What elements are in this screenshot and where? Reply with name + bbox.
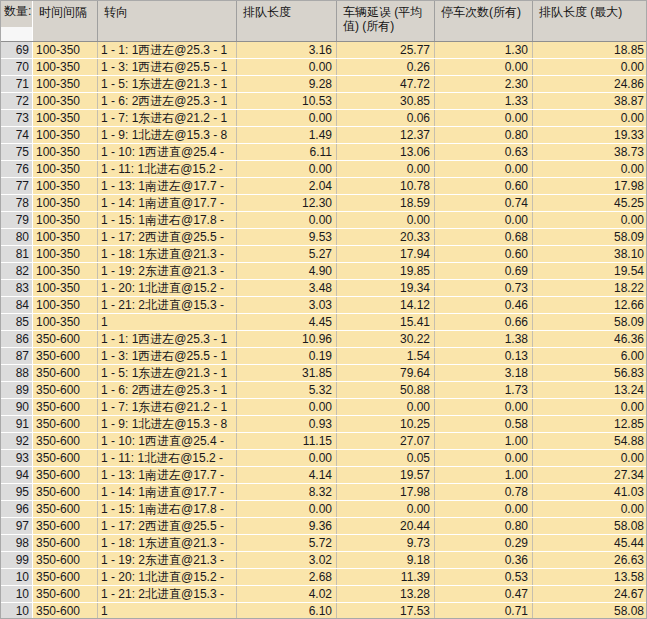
table-row[interactable]: 98 350-600 1 - 18: 1东进直@21.3 - 5.72 9.73… bbox=[0, 535, 647, 552]
movement-cell[interactable]: 1 - 7: 1东进右@21.2 - 1 bbox=[98, 399, 237, 415]
movement-cell[interactable]: 1 bbox=[98, 603, 237, 619]
queue-length-max-cell[interactable]: 54.88 bbox=[533, 433, 647, 449]
time-interval-cell[interactable]: 350-600 bbox=[33, 416, 98, 432]
row-number-cell[interactable]: 71 bbox=[0, 76, 33, 92]
stops-cell[interactable]: 1.00 bbox=[435, 467, 533, 483]
time-interval-cell[interactable]: 350-600 bbox=[33, 382, 98, 398]
row-number-cell[interactable]: 80 bbox=[0, 229, 33, 245]
queue-length-max-cell[interactable]: 0.00 bbox=[533, 161, 647, 177]
column-header-movement[interactable]: 转向 bbox=[98, 0, 237, 41]
queue-length-cell[interactable]: 11.15 bbox=[237, 433, 337, 449]
vehicle-delay-cell[interactable]: 0.00 bbox=[337, 501, 435, 517]
row-number-cell[interactable]: 94 bbox=[0, 467, 33, 483]
queue-length-cell[interactable]: 0.00 bbox=[237, 501, 337, 517]
table-row[interactable]: 97 350-600 1 - 17: 2西进直@25.5 - 9.36 20.4… bbox=[0, 518, 647, 535]
table-row[interactable]: 85 100-350 1 4.45 15.41 0.66 58.09 bbox=[0, 314, 647, 331]
time-interval-cell[interactable]: 100-350 bbox=[33, 297, 98, 313]
row-number-cell[interactable]: 87 bbox=[0, 348, 33, 364]
column-header-queue-length-max[interactable]: 排队长度 (最大) bbox=[533, 0, 647, 41]
stops-cell[interactable]: 3.18 bbox=[435, 365, 533, 381]
queue-length-cell[interactable]: 12.30 bbox=[237, 195, 337, 211]
stops-cell[interactable]: 1.00 bbox=[435, 433, 533, 449]
stops-cell[interactable]: 0.80 bbox=[435, 518, 533, 534]
queue-length-max-cell[interactable]: 17.98 bbox=[533, 178, 647, 194]
stops-cell[interactable]: 0.36 bbox=[435, 552, 533, 568]
queue-length-cell[interactable]: 1.49 bbox=[237, 127, 337, 143]
row-number-cell[interactable]: 10 bbox=[0, 569, 33, 585]
movement-cell[interactable]: 1 - 14: 1南进直@17.7 - bbox=[98, 484, 237, 500]
table-row[interactable]: 84 100-350 1 - 21: 2北进直@15.3 - 3.03 14.1… bbox=[0, 297, 647, 314]
queue-length-cell[interactable]: 0.00 bbox=[237, 110, 337, 126]
queue-length-max-cell[interactable]: 41.03 bbox=[533, 484, 647, 500]
stops-cell[interactable]: 0.63 bbox=[435, 144, 533, 160]
row-number-cell[interactable]: 75 bbox=[0, 144, 33, 160]
stops-cell[interactable]: 0.80 bbox=[435, 127, 533, 143]
movement-cell[interactable]: 1 - 18: 1东进直@21.3 - bbox=[98, 246, 237, 262]
time-interval-cell[interactable]: 350-600 bbox=[33, 603, 98, 619]
time-interval-cell[interactable]: 350-600 bbox=[33, 399, 98, 415]
table-row[interactable]: 92 350-600 1 - 10: 1西进直@25.4 - 11.15 27.… bbox=[0, 433, 647, 450]
vehicle-delay-cell[interactable]: 19.34 bbox=[337, 280, 435, 296]
table-row[interactable]: 89 350-600 1 - 6: 2西进左@25.3 - 1 5.32 50.… bbox=[0, 382, 647, 399]
queue-length-cell[interactable]: 0.93 bbox=[237, 416, 337, 432]
table-row[interactable]: 71 100-350 1 - 5: 1东进左@21.3 - 1 9.28 47.… bbox=[0, 76, 647, 93]
table-row[interactable]: 96 350-600 1 - 15: 1南进右@17.8 - 0.00 0.00… bbox=[0, 501, 647, 518]
queue-length-max-cell[interactable]: 12.85 bbox=[533, 416, 647, 432]
time-interval-cell[interactable]: 100-350 bbox=[33, 161, 98, 177]
vehicle-delay-cell[interactable]: 18.59 bbox=[337, 195, 435, 211]
queue-length-max-cell[interactable]: 58.08 bbox=[533, 518, 647, 534]
stops-cell[interactable]: 1.73 bbox=[435, 382, 533, 398]
row-number-cell[interactable]: 74 bbox=[0, 127, 33, 143]
table-row[interactable]: 79 100-350 1 - 15: 1南进右@17.8 - 0.00 0.00… bbox=[0, 212, 647, 229]
vehicle-delay-cell[interactable]: 79.64 bbox=[337, 365, 435, 381]
queue-length-max-cell[interactable]: 38.73 bbox=[533, 144, 647, 160]
time-interval-cell[interactable]: 100-350 bbox=[33, 263, 98, 279]
queue-length-max-cell[interactable]: 24.86 bbox=[533, 76, 647, 92]
movement-cell[interactable]: 1 - 1: 1西进左@25.3 - 1 bbox=[98, 42, 237, 58]
queue-length-max-cell[interactable]: 26.63 bbox=[533, 552, 647, 568]
vehicle-delay-cell[interactable]: 25.77 bbox=[337, 42, 435, 58]
vehicle-delay-cell[interactable]: 47.72 bbox=[337, 76, 435, 92]
movement-cell[interactable]: 1 - 9: 1北进左@15.3 - 8 bbox=[98, 127, 237, 143]
row-number-cell[interactable]: 82 bbox=[0, 263, 33, 279]
row-number-cell[interactable]: 89 bbox=[0, 382, 33, 398]
row-number-cell[interactable]: 84 bbox=[0, 297, 33, 313]
queue-length-max-cell[interactable]: 12.66 bbox=[533, 297, 647, 313]
time-interval-cell[interactable]: 100-350 bbox=[33, 76, 98, 92]
vehicle-delay-cell[interactable]: 1.54 bbox=[337, 348, 435, 364]
vehicle-delay-cell[interactable]: 0.00 bbox=[337, 161, 435, 177]
time-interval-cell[interactable]: 100-350 bbox=[33, 229, 98, 245]
movement-cell[interactable]: 1 - 9: 1北进左@15.3 - 8 bbox=[98, 416, 237, 432]
stops-cell[interactable]: 0.73 bbox=[435, 280, 533, 296]
row-number-cell[interactable]: 72 bbox=[0, 93, 33, 109]
queue-length-max-cell[interactable]: 0.00 bbox=[533, 59, 647, 75]
queue-length-cell[interactable]: 9.28 bbox=[237, 76, 337, 92]
movement-cell[interactable]: 1 - 10: 1西进直@25.4 - bbox=[98, 433, 237, 449]
queue-length-cell[interactable]: 3.02 bbox=[237, 552, 337, 568]
stops-cell[interactable]: 0.00 bbox=[435, 399, 533, 415]
queue-length-cell[interactable]: 3.03 bbox=[237, 297, 337, 313]
time-interval-cell[interactable]: 100-350 bbox=[33, 127, 98, 143]
stops-cell[interactable]: 0.47 bbox=[435, 586, 533, 602]
stops-cell[interactable]: 0.78 bbox=[435, 484, 533, 500]
row-number-cell[interactable]: 98 bbox=[0, 535, 33, 551]
time-interval-cell[interactable]: 350-600 bbox=[33, 433, 98, 449]
queue-length-max-cell[interactable]: 46.36 bbox=[533, 331, 647, 347]
vehicle-delay-cell[interactable]: 0.26 bbox=[337, 59, 435, 75]
queue-length-cell[interactable]: 4.45 bbox=[237, 314, 337, 330]
queue-length-max-cell[interactable]: 0.00 bbox=[533, 110, 647, 126]
vehicle-delay-cell[interactable]: 13.28 bbox=[337, 586, 435, 602]
movement-cell[interactable]: 1 - 20: 1北进直@15.2 - bbox=[98, 569, 237, 585]
queue-length-cell[interactable]: 6.10 bbox=[237, 603, 337, 619]
vehicle-delay-cell[interactable]: 0.06 bbox=[337, 110, 435, 126]
stops-cell[interactable]: 0.46 bbox=[435, 297, 533, 313]
row-number-cell[interactable]: 99 bbox=[0, 552, 33, 568]
movement-cell[interactable]: 1 - 14: 1南进直@17.7 - bbox=[98, 195, 237, 211]
row-number-cell[interactable]: 81 bbox=[0, 246, 33, 262]
table-row[interactable]: 80 100-350 1 - 17: 2西进直@25.5 - 9.53 20.3… bbox=[0, 229, 647, 246]
column-header-queue-length[interactable]: 排队长度 bbox=[237, 0, 337, 41]
queue-length-cell[interactable]: 0.00 bbox=[237, 161, 337, 177]
time-interval-cell[interactable]: 100-350 bbox=[33, 93, 98, 109]
vehicle-delay-cell[interactable]: 14.12 bbox=[337, 297, 435, 313]
table-row[interactable]: 75 100-350 1 - 10: 1西进直@25.4 - 6.11 13.0… bbox=[0, 144, 647, 161]
